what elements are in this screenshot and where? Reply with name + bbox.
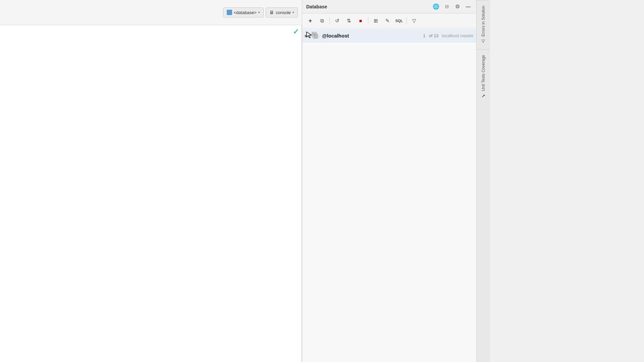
sql-view-button[interactable]: SQL: [394, 16, 405, 26]
minimize-icon: —: [466, 4, 471, 9]
pagination-current: 1: [423, 33, 425, 38]
database-selector-group: <database> ▾: [223, 7, 264, 17]
list-item[interactable]: ▶ 🐘 @localhost 1 of 13 localhost master: [302, 29, 476, 42]
expand-arrow-icon: ▶: [305, 34, 309, 38]
errors-icon: ⚠: [481, 39, 486, 44]
refresh-button[interactable]: ↺: [332, 16, 342, 26]
add-icon: +: [309, 17, 312, 24]
console-selector-button[interactable]: 🖥 console ▾: [266, 7, 298, 17]
add-connection-button[interactable]: +: [305, 16, 316, 26]
globe-icon: 🌐: [433, 3, 439, 10]
split-button[interactable]: ⊟: [443, 3, 451, 11]
sidebar-tab-unit-tests[interactable]: ✔ Unit Tests Coverage: [477, 49, 490, 104]
success-checkmark: ✓: [293, 27, 299, 36]
settings-button[interactable]: ⚙: [453, 3, 462, 11]
database-selector-label: <database>: [234, 10, 257, 15]
stop-button[interactable]: ■: [355, 16, 366, 26]
console-chevron-icon: ▾: [292, 11, 294, 14]
server-icon: 🐘: [311, 31, 320, 40]
sql-icon: SQL: [395, 19, 403, 23]
database-panel: Database 🌐 ⊟ ⚙ — + ⧉ ↺ ⇅: [302, 0, 476, 362]
sidebar-tab-unit-tests-label: Unit Tests Coverage: [481, 55, 486, 91]
unit-tests-icon: ✔: [481, 93, 486, 99]
database-toolbar: + ⧉ ↺ ⇅ ■ ⊞ ✎ SQL ▽: [302, 13, 476, 28]
main-editor-area: <database> ▾ 🖥 console ▾ ✓: [0, 0, 302, 362]
server-description: localhost master: [442, 33, 474, 38]
table-icon: ⊞: [374, 18, 378, 24]
minimize-button[interactable]: —: [464, 3, 472, 11]
edit-pencil-icon: ✎: [385, 18, 390, 24]
database-list: ▶ 🐘 @localhost 1 of 13 localhost master: [302, 28, 476, 43]
right-sidebar: ⚠ Errors in Solution ✔ Unit Tests Covera…: [476, 0, 490, 362]
edit-button[interactable]: ✎: [382, 16, 393, 26]
toolbar-separator-1: [329, 17, 330, 24]
refresh-icon: ↺: [335, 18, 339, 24]
database-panel-title: Database: [306, 4, 327, 9]
console-selector-group: 🖥 console ▾: [266, 7, 298, 17]
database-box-icon: [227, 10, 232, 15]
sort-icon: ⇅: [347, 18, 351, 24]
globe-button[interactable]: 🌐: [432, 3, 440, 11]
database-panel-header: Database 🌐 ⊟ ⚙ —: [302, 0, 476, 13]
filter-button[interactable]: ▽: [409, 16, 420, 26]
toolbar-separator-2: [368, 17, 368, 24]
filter-icon: ▽: [412, 18, 416, 24]
duplicate-button[interactable]: ⧉: [317, 16, 327, 26]
sidebar-tab-errors[interactable]: ⚠ Errors in Solution: [477, 0, 490, 49]
server-name: @localhost: [322, 33, 421, 39]
sort-button[interactable]: ⇅: [343, 16, 354, 26]
console-monitor-icon: 🖥: [269, 10, 274, 15]
split-icon: ⊟: [445, 4, 449, 9]
database-selector-button[interactable]: <database> ▾: [223, 7, 264, 17]
database-chevron-icon: ▾: [258, 11, 260, 14]
pagination-of-total: of 13: [429, 33, 438, 38]
table-view-button[interactable]: ⊞: [370, 16, 381, 26]
duplicate-icon: ⧉: [320, 18, 324, 24]
sidebar-tab-errors-label: Errors in Solution: [481, 6, 486, 37]
main-toolbar: <database> ▾ 🖥 console ▾: [0, 0, 302, 25]
stop-icon: ■: [359, 18, 362, 23]
toolbar-separator-3: [407, 17, 407, 24]
database-panel-controls: 🌐 ⊟ ⚙ —: [432, 3, 472, 11]
settings-gear-icon: ⚙: [455, 3, 460, 10]
console-selector-label: console: [276, 10, 291, 15]
